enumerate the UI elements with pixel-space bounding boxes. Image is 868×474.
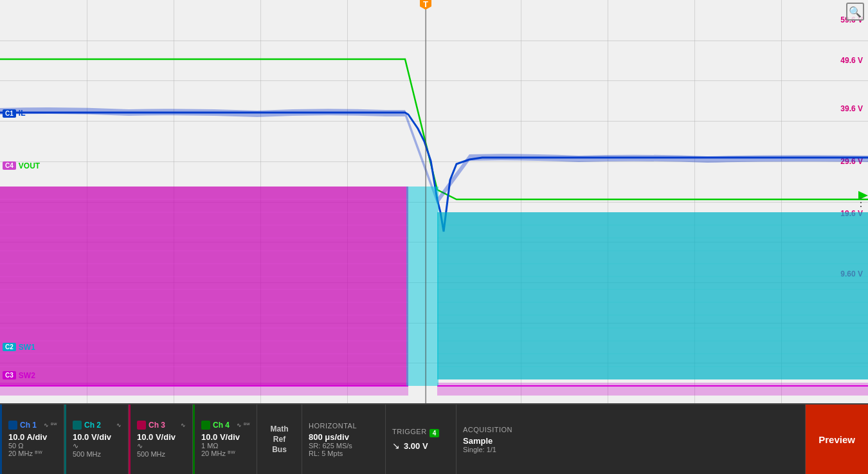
ch1-sub1: 50 Ω	[8, 442, 57, 450]
ch3-sub1: ∿	[137, 442, 186, 450]
ch1-sub2: 20 MHz ᴮᵂ	[8, 450, 57, 458]
trigger-header: Trigger	[392, 428, 427, 435]
horizontal-time-div: 800 μs/div	[309, 432, 379, 442]
ch2-dot	[73, 421, 82, 430]
ch4-signal-name: VOUT	[19, 161, 40, 170]
ch1-label: C1 IL	[3, 109, 25, 118]
ch3-name: Ch 3	[149, 421, 165, 430]
ch4-badge: C4	[3, 161, 16, 170]
math-ref-bus-panel[interactable]: Math Ref Bus	[257, 405, 302, 474]
ch2-sub1: ∿	[73, 442, 122, 450]
math-label: Math	[271, 424, 289, 433]
acquisition-mode: Sample	[463, 436, 799, 446]
trigger-channel-badge: 4	[429, 429, 440, 437]
preview-button[interactable]: Preview	[806, 405, 868, 474]
ch3-signal-name: SW2	[19, 371, 35, 380]
ch2-badge: C2	[3, 343, 16, 351]
ch3-info[interactable]: Ch 3 ∿ 10.0 V/div ∿ 500 MHz	[129, 405, 193, 474]
horizontal-sr: SR: 625 MS/s	[309, 442, 379, 450]
acquisition-panel[interactable]: Acquisition Sample Single: 1/1	[457, 405, 806, 474]
ch3-sub2: 500 MHz	[137, 450, 186, 458]
ch2-name: Ch 2	[84, 421, 101, 430]
waveform-c3-right-fill	[437, 383, 868, 396]
ch1-signal-name: IL	[19, 109, 26, 118]
ch1-dot	[8, 421, 17, 430]
trigger-slope-icon: ↘	[392, 441, 400, 451]
waveform-display	[0, 0, 868, 403]
ch1-wave-icon: ∿ ᴮᵂ	[44, 422, 57, 428]
ch4-sub2: 20 MHz ᴮᵂ	[201, 450, 250, 458]
ch3-label: C3 SW2	[3, 371, 35, 380]
zoom-icon[interactable]: 🔍	[846, 3, 864, 21]
more-options-dots[interactable]: ⋮	[855, 196, 867, 208]
bus-label: Bus	[272, 445, 287, 454]
oscilloscope: 59.6 V 49.6 V 39.6 V 29.6 V 19.6 V 9.60 …	[0, 0, 868, 474]
trigger-marker-line: T	[426, 0, 426, 403]
ch1-badge: C1	[3, 109, 16, 118]
waveform-transition	[406, 187, 439, 386]
ch2-value: 10.0 V/div	[73, 432, 122, 442]
ch3-dot	[137, 421, 146, 430]
ref-label: Ref	[273, 435, 285, 444]
ch4-value: 10.0 V/div	[201, 432, 250, 442]
ch1-value: 10.0 A/div	[8, 432, 57, 442]
waveform-c2-left	[0, 187, 408, 386]
ch2-sub2: 500 MHz	[73, 450, 122, 458]
horizontal-panel[interactable]: Horizontal 800 μs/div SR: 625 MS/s RL: 5…	[302, 405, 386, 474]
ch4-info[interactable]: Ch 4 ∿ ᴮᵂ 10.0 V/div 1 MΩ 20 MHz ᴮᵂ	[193, 405, 257, 474]
display-area: 59.6 V 49.6 V 39.6 V 29.6 V 19.6 V 9.60 …	[0, 0, 868, 403]
acquisition-detail: Single: 1/1	[463, 446, 799, 453]
waveform-c3-left-fill	[0, 383, 408, 396]
ch2-info[interactable]: Ch 2 ∿ 10.0 V/div ∿ 500 MHz	[64, 405, 129, 474]
ch3-wave-icon: ∿	[181, 422, 186, 428]
control-bar: Ch 1 ∿ ᴮᵂ 10.0 A/div 50 Ω 20 MHz ᴮᵂ Ch 2…	[0, 403, 868, 474]
trigger-value: 3.00 V	[404, 441, 428, 451]
ch4-label: C4 VOUT	[3, 161, 40, 170]
ch2-signal-name: SW1	[19, 343, 35, 352]
trigger-panel[interactable]: Trigger 4 ↘ 3.00 V	[386, 405, 457, 474]
ch3-badge: C3	[3, 371, 16, 379]
ch4-sub1: 1 MΩ	[201, 442, 250, 450]
acquisition-header: Acquisition	[463, 426, 799, 433]
ch4-wave-icon: ∿ ᴮᵂ	[237, 422, 250, 428]
ch2-label: C2 SW1	[3, 343, 35, 352]
ch1-name: Ch 1	[20, 421, 37, 430]
waveform-c2-right	[437, 212, 868, 379]
ch4-dot	[201, 421, 210, 430]
horizontal-rl: RL: 5 Mpts	[309, 450, 379, 457]
ch4-name: Ch 4	[213, 421, 230, 430]
horizontal-header: Horizontal	[309, 422, 379, 430]
ch3-value: 10.0 V/div	[137, 432, 186, 442]
ch1-info[interactable]: Ch 1 ∿ ᴮᵂ 10.0 A/div 50 Ω 20 MHz ᴮᵂ	[0, 405, 64, 474]
ch2-wave-icon: ∿	[116, 422, 122, 428]
